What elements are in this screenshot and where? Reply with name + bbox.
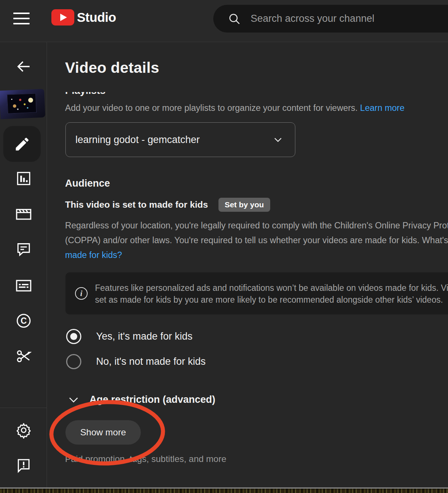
radio-yes-label: Yes, it's made for kids xyxy=(96,331,193,342)
expand-chevron-icon xyxy=(68,396,79,404)
made-for-kids-info-box: i Features like personalized ads and not… xyxy=(65,272,448,314)
set-by-you-badge: Set by you xyxy=(218,198,270,212)
radio-yes-made-for-kids[interactable]: Yes, it's made for kids xyxy=(66,329,193,344)
coppa-line-2: (COPPA) and/or other laws. You're requir… xyxy=(65,233,448,248)
sidebar-item-comments[interactable] xyxy=(0,241,47,258)
back-button[interactable] xyxy=(0,58,47,75)
gear-icon xyxy=(15,422,32,439)
thumbnail-game-viewport xyxy=(7,93,37,113)
video-thumbnail[interactable] xyxy=(0,89,45,119)
youtube-studio-logo[interactable]: Studio xyxy=(51,9,116,26)
playlists-description-text: Add your video to one or more playlists … xyxy=(65,103,360,113)
show-more-hint: Paid promotion, tags, subtitles, and mor… xyxy=(65,454,226,464)
sidebar-item-settings[interactable] xyxy=(0,422,47,439)
clapperboard-icon xyxy=(15,206,33,222)
page-title: Video details xyxy=(65,59,159,76)
radio-no-not-made-for-kids[interactable]: No, it's not made for kids xyxy=(66,354,206,369)
pencil-icon xyxy=(14,136,31,153)
back-arrow-icon xyxy=(15,58,33,75)
sidebar-divider xyxy=(0,408,47,408)
sidebar-item-editor[interactable] xyxy=(0,206,47,222)
playlist-dropdown[interactable]: learning godot - gemcatcher xyxy=(65,122,295,157)
youtube-play-icon xyxy=(51,9,74,26)
sidebar-item-analytics[interactable] xyxy=(0,170,47,187)
sidebar-item-feedback[interactable] xyxy=(0,457,47,474)
svg-text:C: C xyxy=(20,316,27,326)
comment-icon xyxy=(15,241,32,258)
coppa-legal-text: Regardless of your location, you're lega… xyxy=(65,218,448,262)
playlist-dropdown-value: learning godot - gemcatcher xyxy=(75,134,272,146)
analytics-icon xyxy=(15,170,32,187)
playlists-section-heading-clipped: Playlists xyxy=(65,92,106,97)
learn-more-link[interactable]: Learn more xyxy=(360,103,404,113)
radio-selected-icon[interactable] xyxy=(66,329,81,344)
scissors-icon xyxy=(15,348,32,365)
made-for-kids-status: This video is set to made for kids xyxy=(65,200,208,210)
video-sidebar: C xyxy=(0,42,47,488)
radio-no-label: No, it's not made for kids xyxy=(96,356,206,367)
studio-logo-text: Studio xyxy=(77,10,116,25)
copyright-icon: C xyxy=(15,312,32,329)
info-line-1: Features like personalized ads and notif… xyxy=(95,282,448,294)
radio-unselected-icon[interactable] xyxy=(66,354,81,369)
sidebar-item-copyright[interactable]: C xyxy=(0,312,47,329)
youtube-studio-window: Studio xyxy=(0,0,448,493)
channel-search-bar[interactable] xyxy=(213,5,448,33)
background-game-grass xyxy=(0,489,448,493)
subtitles-icon xyxy=(15,278,33,293)
top-app-bar: Studio xyxy=(0,0,448,42)
playlists-description: Add your video to one or more playlists … xyxy=(65,103,404,113)
search-icon xyxy=(227,12,241,26)
info-line-2: set as made for kids by you are more lik… xyxy=(95,294,448,306)
sidebar-item-cut[interactable] xyxy=(0,348,47,365)
sidebar-item-details-selected[interactable] xyxy=(3,126,41,162)
info-icon: i xyxy=(75,287,88,300)
search-input[interactable] xyxy=(251,13,428,24)
menu-icon[interactable] xyxy=(13,13,30,26)
show-more-label: Show more xyxy=(80,427,126,438)
feedback-icon xyxy=(15,457,32,474)
age-restriction-expander[interactable]: Age restriction (advanced) xyxy=(68,394,215,405)
age-restriction-label: Age restriction (advanced) xyxy=(89,394,215,405)
made-for-kids-status-row: This video is set to made for kids Set b… xyxy=(65,198,270,212)
audience-heading: Audience xyxy=(65,178,110,189)
show-more-button[interactable]: Show more xyxy=(65,420,141,445)
sidebar-item-subtitles[interactable] xyxy=(0,278,47,293)
coppa-line-1: Regardless of your location, you're lega… xyxy=(65,218,448,233)
made-for-kids-link[interactable]: made for kids? xyxy=(65,250,122,260)
chevron-down-icon xyxy=(272,134,284,146)
